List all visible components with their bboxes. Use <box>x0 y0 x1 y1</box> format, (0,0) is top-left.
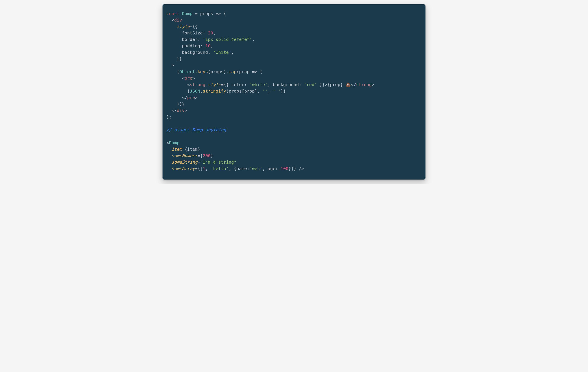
jsx-attr-somearray: someArray <box>172 166 195 171</box>
code-block: const Dump = props => ( <div style={{ fo… <box>166 10 422 172</box>
jsx-attr-item: item <box>172 147 182 152</box>
method-stringify: stringify <box>203 89 226 94</box>
jsx-tag-strong: strong <box>190 82 205 87</box>
method-keys: keys <box>198 69 208 74</box>
param-props: props <box>200 11 213 16</box>
comment-usage: // usage: Dump anything <box>166 127 226 132</box>
jsx-attr-style-inner: style <box>208 82 221 87</box>
value-20: 20 <box>208 30 213 36</box>
keyword-const: const <box>166 11 179 16</box>
jsx-attr-style: style <box>177 24 190 29</box>
builtin-object: Object <box>179 69 195 74</box>
const-name-dump: Dump <box>182 11 192 16</box>
jsx-component-dump: Dump <box>169 140 179 145</box>
value-10: 10 <box>205 43 210 49</box>
jsx-attr-somenumber: someNumber <box>172 153 198 158</box>
prop-background: background <box>182 50 208 55</box>
value-border: '1px solid #efefef' <box>203 37 252 42</box>
prop-padding: padding <box>182 43 200 49</box>
jsx-tag-div: div <box>174 17 182 23</box>
jsx-attr-somestring: someString <box>172 160 198 165</box>
method-map: map <box>229 69 236 74</box>
code-card: const Dump = props => ( <div style={{ fo… <box>163 4 425 180</box>
builtin-json: JSON <box>190 89 200 94</box>
poop-emoji: 💩 <box>346 82 351 87</box>
value-white: 'white' <box>213 50 231 55</box>
prop-border: border <box>182 37 198 42</box>
jsx-tag-pre: pre <box>185 76 192 81</box>
prop-fontsize: fontSize <box>182 30 203 36</box>
